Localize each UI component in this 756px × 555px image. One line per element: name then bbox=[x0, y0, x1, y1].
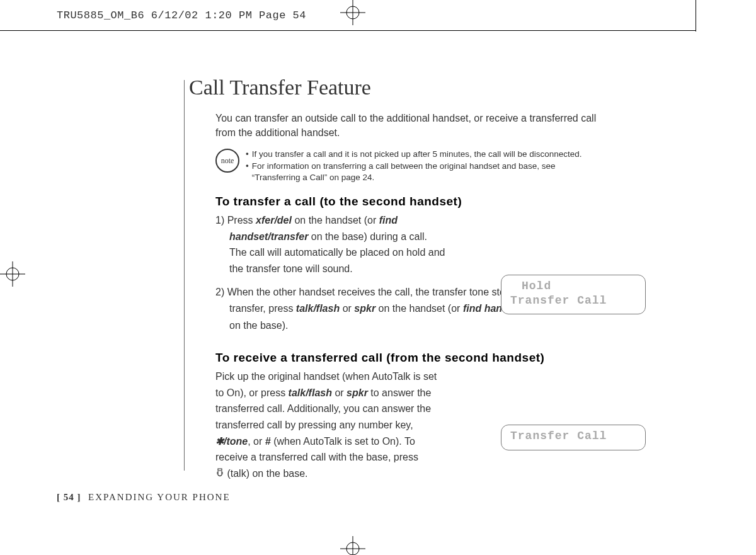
lcd-line: Hold bbox=[510, 279, 636, 294]
page-title: Call Transfer Feature bbox=[189, 76, 630, 100]
page-footer: [ 54 ] EXPANDING YOUR PHONE bbox=[57, 492, 231, 503]
print-slug: TRU5885_OM_B6 6/12/02 1:20 PM Page 54 bbox=[57, 9, 306, 21]
intro-paragraph: You can transfer an outside call to the … bbox=[215, 111, 604, 140]
page-content: Call Transfer Feature You can transfer a… bbox=[189, 76, 630, 489]
section-heading: To receive a transferred call (from the … bbox=[215, 351, 604, 365]
crop-line bbox=[696, 0, 696, 31]
lcd-line: Transfer Call bbox=[510, 429, 636, 443]
note-icon: note bbox=[215, 149, 239, 173]
lcd-display: Transfer Call bbox=[501, 425, 646, 450]
step-1: 1) Press xfer/del on the handset (or fin… bbox=[215, 212, 604, 277]
vertical-rule bbox=[184, 80, 185, 471]
note-item: If you transfer a call and it is not pic… bbox=[252, 149, 582, 160]
talk-icon bbox=[215, 466, 224, 483]
note-list: •If you transfer a call and it is not pi… bbox=[246, 149, 604, 183]
note-item: For information on transferring a call b… bbox=[252, 161, 604, 183]
footer-section: EXPANDING YOUR PHONE bbox=[88, 492, 231, 502]
section-heading: To transfer a call (to the second handse… bbox=[215, 195, 604, 209]
lcd-line: Transfer Call bbox=[510, 294, 636, 308]
registration-mark-icon bbox=[340, 536, 365, 555]
crop-line bbox=[0, 30, 696, 31]
registration-mark-icon bbox=[340, 0, 365, 25]
lcd-display: Hold Transfer Call bbox=[501, 275, 646, 314]
registration-mark-icon bbox=[0, 261, 25, 287]
page-number: [ 54 ] bbox=[57, 492, 81, 502]
note-block: note •If you transfer a call and it is n… bbox=[215, 149, 604, 183]
